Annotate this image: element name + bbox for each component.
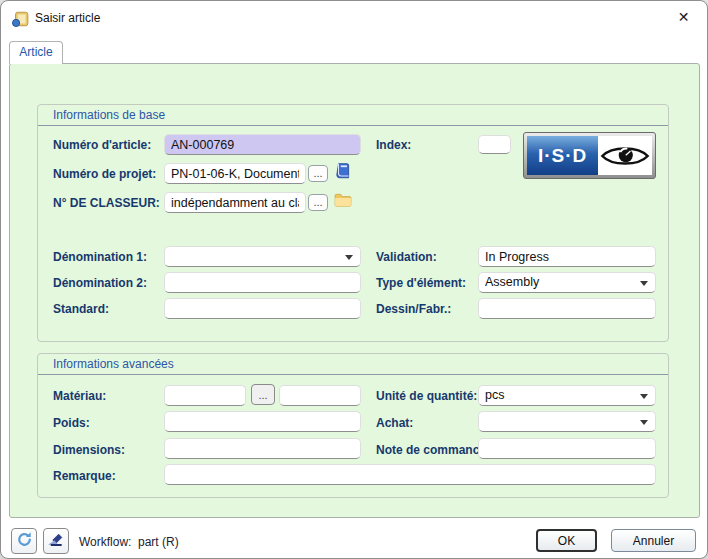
index-field[interactable]: [478, 135, 511, 154]
materiau-field-2[interactable]: [279, 385, 361, 406]
validation-field[interactable]: [478, 246, 656, 267]
window-title: Saisir article: [35, 11, 100, 25]
dessin-fabr-label: Dessin/Fabr.:: [376, 302, 451, 316]
note-commande-label: Note de commanc: [376, 443, 479, 457]
isd-logo: I·S·D: [523, 132, 656, 179]
poids-label: Poids:: [53, 416, 90, 430]
materiau-field-1[interactable]: [164, 385, 246, 406]
dropdown-arrow-icon: [640, 281, 648, 286]
type-element-value: Assembly: [485, 275, 635, 289]
article-database-icon: [11, 10, 29, 28]
type-element-combobox[interactable]: Assembly: [478, 272, 656, 293]
unite-quantite-value: pcs: [485, 388, 635, 402]
achat-combobox[interactable]: [478, 411, 656, 432]
remarque-label: Remarque:: [53, 469, 116, 483]
close-button[interactable]: ✕: [661, 2, 706, 32]
materiau-browse-button[interactable]: ...: [251, 384, 275, 405]
ok-button[interactable]: OK: [536, 529, 597, 552]
refresh-icon: [16, 531, 33, 551]
achat-label: Achat:: [376, 416, 413, 430]
denomination1-label: Dénomination 1:: [53, 250, 147, 264]
cancel-button[interactable]: Annuler: [611, 529, 696, 552]
unite-quantite-label: Unité de quantité:: [376, 389, 477, 403]
refresh-workflow-button[interactable]: [11, 528, 37, 554]
numero-projet-label: Numéro de projet:: [53, 167, 156, 181]
workflow-label: Workflow:: [79, 535, 131, 549]
dimensions-field[interactable]: [164, 438, 361, 459]
denomination2-field[interactable]: [164, 272, 361, 293]
tab-article[interactable]: Article: [9, 41, 63, 64]
dessin-fabr-field[interactable]: [478, 298, 656, 319]
group-separator: [38, 374, 668, 375]
project-book-icon[interactable]: [334, 162, 352, 180]
denomination1-combobox[interactable]: [164, 246, 361, 267]
numero-article-label: Numéro d'article:: [53, 138, 151, 152]
dropdown-arrow-icon: [640, 420, 648, 425]
stamp-icon: [48, 531, 65, 551]
isd-logo-text: I·S·D: [527, 136, 598, 175]
numero-article-field[interactable]: [164, 134, 361, 155]
materiau-label: Matériau:: [53, 389, 106, 403]
classeur-browse-button[interactable]: ...: [308, 194, 328, 211]
index-label: Index:: [376, 138, 411, 152]
group-separator: [38, 125, 668, 126]
projet-browse-button[interactable]: ...: [308, 165, 328, 182]
standard-label: Standard:: [53, 302, 109, 316]
group-title-avancees: Informations avancées: [53, 357, 174, 371]
close-icon: ✕: [678, 9, 690, 25]
numero-projet-field[interactable]: [164, 163, 306, 184]
type-element-label: Type d'élément:: [376, 276, 466, 290]
dropdown-arrow-icon: [345, 255, 353, 260]
remarque-field[interactable]: [164, 464, 656, 485]
isd-eye-icon: [598, 136, 652, 175]
group-title-base: Informations de base: [53, 108, 165, 122]
validation-label: Validation:: [376, 250, 437, 264]
workflow-value: part (R): [138, 535, 179, 549]
dimensions-label: Dimensions:: [53, 443, 125, 457]
note-commande-field[interactable]: [478, 438, 656, 459]
workflow-stamp-button[interactable]: [43, 528, 69, 554]
standard-field[interactable]: [164, 298, 361, 319]
folder-icon[interactable]: [334, 191, 352, 209]
classeur-field[interactable]: [164, 192, 306, 213]
saisir-article-dialog: Saisir article ✕ Article Informations de…: [0, 0, 708, 559]
unite-quantite-combobox[interactable]: pcs: [478, 385, 656, 406]
poids-field[interactable]: [164, 411, 361, 432]
dropdown-arrow-icon: [640, 394, 648, 399]
classeur-label: N° DE CLASSEUR:: [53, 196, 160, 210]
denomination2-label: Dénomination 2:: [53, 276, 147, 290]
